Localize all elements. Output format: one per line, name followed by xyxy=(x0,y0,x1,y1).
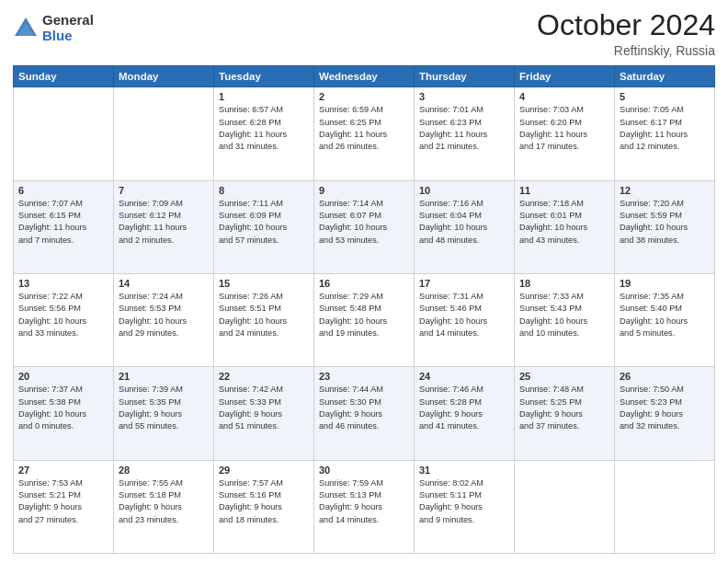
day-number: 10 xyxy=(419,185,509,196)
calendar-cell xyxy=(14,87,114,180)
day-number: 3 xyxy=(419,91,509,102)
day-info: Sunrise: 7:18 AMSunset: 6:01 PMDaylight:… xyxy=(519,198,609,247)
day-number: 2 xyxy=(319,91,409,102)
calendar-cell: 27Sunrise: 7:53 AMSunset: 5:21 PMDayligh… xyxy=(14,460,114,553)
day-info: Sunrise: 7:31 AMSunset: 5:46 PMDaylight:… xyxy=(419,291,509,339)
col-header-tuesday: Tuesday xyxy=(214,66,314,87)
day-number: 19 xyxy=(620,278,710,289)
day-info: Sunrise: 7:09 AMSunset: 6:12 PMDaylight:… xyxy=(119,198,209,247)
day-number: 15 xyxy=(219,278,309,289)
calendar-cell xyxy=(114,87,214,180)
day-number: 26 xyxy=(620,371,710,382)
day-info: Sunrise: 7:35 AMSunset: 5:40 PMDaylight:… xyxy=(620,291,710,339)
day-number: 17 xyxy=(419,278,509,289)
day-info: Sunrise: 7:59 AMSunset: 5:13 PMDaylight:… xyxy=(319,477,409,526)
month-title: October 2024 xyxy=(537,9,715,41)
calendar-cell: 31Sunrise: 8:02 AMSunset: 5:11 PMDayligh… xyxy=(415,460,515,553)
day-number: 8 xyxy=(219,185,309,196)
day-info: Sunrise: 7:24 AMSunset: 5:53 PMDaylight:… xyxy=(119,291,209,339)
day-number: 4 xyxy=(519,91,609,102)
logo-icon xyxy=(13,16,39,41)
calendar-cell: 25Sunrise: 7:48 AMSunset: 5:25 PMDayligh… xyxy=(515,367,615,460)
day-info: Sunrise: 7:50 AMSunset: 5:23 PMDaylight:… xyxy=(620,384,710,432)
calendar-cell: 5Sunrise: 7:05 AMSunset: 6:17 PMDaylight… xyxy=(615,87,715,180)
location: Reftinskiy, Russia xyxy=(537,43,715,58)
day-info: Sunrise: 8:02 AMSunset: 5:11 PMDaylight:… xyxy=(419,477,509,526)
day-info: Sunrise: 7:29 AMSunset: 5:48 PMDaylight:… xyxy=(319,291,409,339)
calendar-cell: 28Sunrise: 7:55 AMSunset: 5:18 PMDayligh… xyxy=(114,460,214,553)
day-number: 6 xyxy=(18,185,108,196)
logo: General Blue xyxy=(13,13,94,43)
day-info: Sunrise: 7:53 AMSunset: 5:21 PMDaylight:… xyxy=(18,477,108,526)
day-number: 22 xyxy=(219,371,309,382)
calendar-cell: 30Sunrise: 7:59 AMSunset: 5:13 PMDayligh… xyxy=(314,460,415,553)
day-number: 23 xyxy=(319,371,409,382)
col-header-saturday: Saturday xyxy=(615,66,715,87)
page: General Blue October 2024 Reftinskiy, Ru… xyxy=(0,0,728,563)
calendar-cell: 3Sunrise: 7:01 AMSunset: 6:23 PMDaylight… xyxy=(415,87,515,180)
calendar-cell: 15Sunrise: 7:26 AMSunset: 5:51 PMDayligh… xyxy=(214,273,314,366)
day-number: 28 xyxy=(119,465,209,476)
calendar-row-1: 1Sunrise: 6:57 AMSunset: 6:28 PMDaylight… xyxy=(14,87,715,180)
calendar-cell: 20Sunrise: 7:37 AMSunset: 5:38 PMDayligh… xyxy=(14,367,114,460)
day-info: Sunrise: 7:55 AMSunset: 5:18 PMDaylight:… xyxy=(119,477,209,526)
day-number: 25 xyxy=(519,371,609,382)
day-number: 29 xyxy=(219,465,309,476)
day-info: Sunrise: 7:16 AMSunset: 6:04 PMDaylight:… xyxy=(419,198,509,247)
day-info: Sunrise: 6:57 AMSunset: 6:28 PMDaylight:… xyxy=(219,104,309,153)
day-number: 1 xyxy=(219,91,309,102)
col-header-thursday: Thursday xyxy=(415,66,515,87)
header: General Blue October 2024 Reftinskiy, Ru… xyxy=(13,9,715,58)
col-header-monday: Monday xyxy=(114,66,214,87)
day-number: 21 xyxy=(119,371,209,382)
logo-general: General xyxy=(42,13,94,29)
day-number: 12 xyxy=(620,185,710,196)
calendar-cell: 10Sunrise: 7:16 AMSunset: 6:04 PMDayligh… xyxy=(415,180,515,273)
logo-blue: Blue xyxy=(42,29,94,44)
calendar-cell: 2Sunrise: 6:59 AMSunset: 6:25 PMDaylight… xyxy=(314,87,415,180)
day-info: Sunrise: 6:59 AMSunset: 6:25 PMDaylight:… xyxy=(319,104,409,153)
calendar-cell: 14Sunrise: 7:24 AMSunset: 5:53 PMDayligh… xyxy=(114,273,214,366)
calendar-row-2: 6Sunrise: 7:07 AMSunset: 6:15 PMDaylight… xyxy=(14,180,715,273)
day-number: 5 xyxy=(620,91,710,102)
day-number: 27 xyxy=(18,465,108,476)
day-number: 20 xyxy=(18,371,108,382)
day-number: 9 xyxy=(319,185,409,196)
calendar-cell: 26Sunrise: 7:50 AMSunset: 5:23 PMDayligh… xyxy=(615,367,715,460)
calendar-cell: 11Sunrise: 7:18 AMSunset: 6:01 PMDayligh… xyxy=(515,180,615,273)
day-number: 30 xyxy=(319,465,409,476)
calendar-cell: 29Sunrise: 7:57 AMSunset: 5:16 PMDayligh… xyxy=(214,460,314,553)
calendar-cell: 22Sunrise: 7:42 AMSunset: 5:33 PMDayligh… xyxy=(214,367,314,460)
day-number: 31 xyxy=(419,465,509,476)
calendar-cell: 9Sunrise: 7:14 AMSunset: 6:07 PMDaylight… xyxy=(314,180,415,273)
day-info: Sunrise: 7:22 AMSunset: 5:56 PMDaylight:… xyxy=(18,291,108,339)
day-number: 24 xyxy=(419,371,509,382)
day-info: Sunrise: 7:20 AMSunset: 5:59 PMDaylight:… xyxy=(620,198,710,247)
col-header-wednesday: Wednesday xyxy=(314,66,415,87)
calendar-cell: 18Sunrise: 7:33 AMSunset: 5:43 PMDayligh… xyxy=(515,273,615,366)
day-number: 14 xyxy=(119,278,209,289)
day-info: Sunrise: 7:48 AMSunset: 5:25 PMDaylight:… xyxy=(519,384,609,432)
calendar-cell: 1Sunrise: 6:57 AMSunset: 6:28 PMDaylight… xyxy=(214,87,314,180)
calendar-cell: 4Sunrise: 7:03 AMSunset: 6:20 PMDaylight… xyxy=(515,87,615,180)
calendar-cell: 6Sunrise: 7:07 AMSunset: 6:15 PMDaylight… xyxy=(14,180,114,273)
day-number: 16 xyxy=(319,278,409,289)
day-info: Sunrise: 7:33 AMSunset: 5:43 PMDaylight:… xyxy=(519,291,609,339)
col-header-friday: Friday xyxy=(515,66,615,87)
title-block: October 2024 Reftinskiy, Russia xyxy=(537,9,715,58)
day-info: Sunrise: 7:39 AMSunset: 5:35 PMDaylight:… xyxy=(119,384,209,432)
calendar-cell: 7Sunrise: 7:09 AMSunset: 6:12 PMDaylight… xyxy=(114,180,214,273)
calendar-table: SundayMondayTuesdayWednesdayThursdayFrid… xyxy=(13,65,715,554)
calendar-cell: 17Sunrise: 7:31 AMSunset: 5:46 PMDayligh… xyxy=(415,273,515,366)
day-number: 7 xyxy=(119,185,209,196)
calendar-row-4: 20Sunrise: 7:37 AMSunset: 5:38 PMDayligh… xyxy=(14,367,715,460)
calendar-cell: 12Sunrise: 7:20 AMSunset: 5:59 PMDayligh… xyxy=(615,180,715,273)
day-info: Sunrise: 7:57 AMSunset: 5:16 PMDaylight:… xyxy=(219,477,309,526)
calendar-cell: 8Sunrise: 7:11 AMSunset: 6:09 PMDaylight… xyxy=(214,180,314,273)
day-info: Sunrise: 7:03 AMSunset: 6:20 PMDaylight:… xyxy=(519,104,609,153)
calendar-cell: 13Sunrise: 7:22 AMSunset: 5:56 PMDayligh… xyxy=(14,273,114,366)
day-info: Sunrise: 7:26 AMSunset: 5:51 PMDaylight:… xyxy=(219,291,309,339)
logo-text: General Blue xyxy=(42,13,94,43)
day-info: Sunrise: 7:44 AMSunset: 5:30 PMDaylight:… xyxy=(319,384,409,432)
day-info: Sunrise: 7:01 AMSunset: 6:23 PMDaylight:… xyxy=(419,104,509,153)
